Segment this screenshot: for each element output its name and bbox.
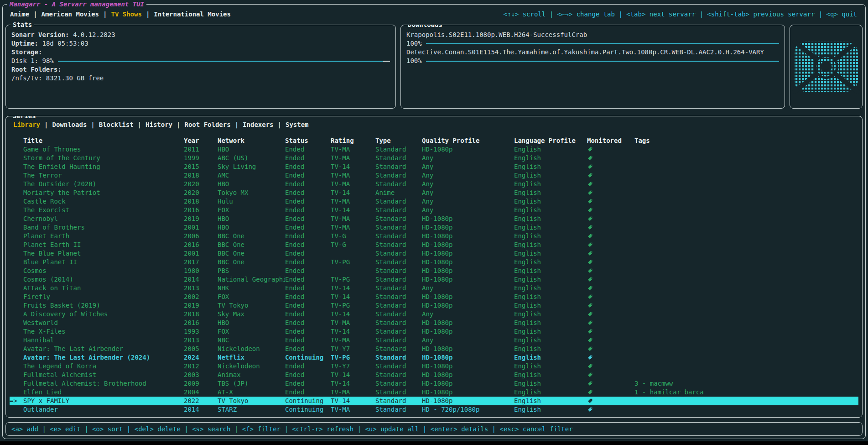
cell-quality-profile: HD-1080p (422, 345, 514, 353)
series-tab-blocklist[interactable]: Blocklist (99, 121, 134, 128)
series-row-cosmos[interactable]: Cosmos1980PBSEndedStandardHD-1080pEnglis… (10, 267, 858, 275)
help-bar: <a> add | <e> edit | <o> sort | <del> de… (5, 422, 863, 436)
storage-label: Storage: (11, 48, 390, 57)
series-row-the-outsider-2020[interactable]: The Outsider (2020)2020HBOEndedTV-MAStan… (10, 180, 858, 188)
cell-type: Standard (375, 310, 422, 319)
series-row-the-enfield-haunting[interactable]: The Enfield Haunting2015Sky LivingEndedT… (10, 162, 858, 171)
cell-language-profile: English (514, 362, 587, 371)
cell-network: National Geographic (218, 275, 285, 284)
cell-monitored (587, 336, 634, 345)
tab-tv-shows[interactable]: TV Shows (111, 10, 141, 18)
tab-anime[interactable]: Anime (10, 10, 29, 18)
cell-title: The Exorcist (23, 206, 184, 215)
series-row-the-exorcist[interactable]: The Exorcist2016FOXEndedTV-14StandardAny… (10, 206, 858, 215)
uptime-label: Uptime: (11, 40, 38, 47)
series-tab-indexers[interactable]: Indexers (243, 121, 273, 128)
cell-network: FOX (218, 327, 285, 336)
series-table: TitleYearNetworkStatusRatingTypeQuality … (10, 136, 858, 414)
cell-rating: TV-MA (331, 223, 375, 232)
series-tab-history[interactable]: History (146, 121, 172, 128)
series-row-avatar-the-last-airbender[interactable]: Avatar: The Last Airbender2005Nickelodeo… (10, 345, 858, 353)
cell-status: Ended (285, 241, 331, 249)
selection-arrow: => (10, 397, 23, 405)
series-row-castle-rock[interactable]: Castle Rock2018HuluEndedTV-MAStandardAny… (10, 197, 858, 206)
series-row-chernobyl[interactable]: Chernobyl2019HBOEndedTV-MAStandardHD-108… (10, 215, 858, 223)
tab-american-movies[interactable]: American Movies (42, 10, 99, 18)
cell-quality-profile: HD-1080p (422, 232, 514, 241)
series-row-the-blue-planet[interactable]: The Blue Planet2001BBC OneEndedStandardH… (10, 249, 858, 258)
cell-quality-profile: HD-1080p (422, 327, 514, 336)
series-row-spy-x-family[interactable]: =>SPY x FAMILY2022TV TokyoContinuingTV-1… (10, 397, 858, 405)
tag-icon (587, 355, 593, 361)
series-row-the-x-files[interactable]: The X-Files1993FOXEndedTV-14StandardHD-1… (10, 327, 858, 336)
tag-icon (587, 329, 593, 335)
cell-type: Standard (375, 345, 422, 353)
disk-usage-label: Disk 1: 98% (11, 57, 54, 65)
cell-monitored (587, 284, 634, 293)
series-row-storm-of-the-century[interactable]: Storm of the Century1999ABC (US)EndedTV-… (10, 154, 858, 162)
cell-title: Firefly (23, 293, 184, 301)
series-row-firefly[interactable]: Firefly2002FOXEndedTV-14StandardHD-1080p… (10, 293, 858, 301)
column-header-tags: Tags (634, 136, 858, 145)
series-row-a-discovery-of-witches[interactable]: A Discovery of Witches2018Sky MaxEndedTV… (10, 310, 858, 319)
cell-language-profile: English (514, 310, 587, 319)
series-row-game-of-thrones[interactable]: Game of Thrones2011HBOEndedTV-MAStandard… (10, 145, 858, 154)
cell-year: 2001 (184, 249, 218, 258)
series-row-fruits-basket-2019[interactable]: Fruits Basket (2019)2019TV TokyoEndedTV-… (10, 301, 858, 310)
series-row-avatar-the-last-airbender-2024[interactable]: Avatar: The Last Airbender (2024)2024Net… (10, 353, 858, 362)
series-row-the-terror[interactable]: The Terror2018AMCEndedTV-MAStandardAnyEn… (10, 171, 858, 180)
cell-language-profile: English (514, 301, 587, 310)
cell-language-profile: English (514, 258, 587, 267)
tab-international-movies[interactable]: International Movies (154, 10, 231, 18)
cell-year: 2013 (184, 336, 218, 345)
series-row-westworld[interactable]: Westworld2016HBOEndedTV-MAStandardHD-108… (10, 319, 858, 327)
uptime-line: Uptime: 18d 05:53:03 (11, 39, 390, 48)
series-row-elfen-lied[interactable]: Elfen Lied2004AT-XEndedTV-MAStandardHD-1… (10, 388, 858, 397)
cell-title: Attack on Titan (23, 284, 184, 293)
cell-quality-profile: HD-1080p (422, 371, 514, 379)
cell-quality-profile: HD-1080p (422, 379, 514, 388)
cell-language-profile: English (514, 405, 587, 414)
tag-icon (587, 303, 593, 309)
download-progress-percent: 100% (406, 39, 422, 48)
tab-separator: | (33, 10, 37, 18)
series-row-hannibal[interactable]: Hannibal2013NBCEndedTV-MAStandardAnyEngl… (10, 336, 858, 345)
cell-network: ABC (US) (218, 154, 285, 162)
series-tab-root-folders[interactable]: Root Folders (185, 121, 231, 128)
series-row-fullmetal-alchemist-brotherhood[interactable]: Fullmetal Alchemist: Brotherhood2009TBS … (10, 379, 858, 388)
tab-separator: | (138, 121, 141, 128)
cell-type: Standard (375, 180, 422, 188)
series-row-fullmetal-alchemist[interactable]: Fullmetal Alchemist2003AnimaxEndedTV-14S… (10, 371, 858, 379)
cell-network: BBC One (218, 241, 285, 249)
cell-title: Fullmetal Alchemist: Brotherhood (23, 379, 184, 388)
cell-year: 2020 (184, 188, 218, 197)
series-tab-downloads[interactable]: Downloads (52, 121, 87, 128)
series-tab-system[interactable]: System (286, 121, 309, 128)
cell-monitored (587, 310, 634, 319)
series-row-blue-planet-ii[interactable]: Blue Planet II2017BBC OneEndedTV-PGStand… (10, 258, 858, 267)
series-tab-library[interactable]: Library (13, 121, 40, 128)
cell-year: 2003 (184, 371, 218, 379)
cell-quality-profile: HD-1080p (422, 388, 514, 397)
cell-monitored (587, 223, 634, 232)
cell-monitored (587, 293, 634, 301)
cell-status: Ended (285, 310, 331, 319)
tag-icon (587, 320, 593, 326)
series-row-attack-on-titan[interactable]: Attack on Titan2013NHKEndedTV-14Standard… (10, 284, 858, 293)
tab-separator: | (44, 121, 48, 128)
series-row-cosmos-2014[interactable]: Cosmos (2014)2014National GeographicEnde… (10, 275, 858, 284)
series-row-planet-earth-ii[interactable]: Planet Earth II2016BBC OneEndedTV-GStand… (10, 241, 858, 249)
series-row-the-legend-of-korra[interactable]: The Legend of Korra2012NickelodeonEndedT… (10, 362, 858, 371)
series-table-header: TitleYearNetworkStatusRatingTypeQuality … (10, 136, 858, 145)
cell-network: AT-X (218, 388, 285, 397)
series-row-moriarty-the-patriot[interactable]: Moriarty the Patriot2020Tokyo MXEndedTV-… (10, 188, 858, 197)
cell-type: Standard (375, 171, 422, 180)
series-row-outlander[interactable]: Outlander2014STARZContinuingTV-MAStandar… (10, 405, 858, 414)
series-panel-title: Series (10, 116, 38, 120)
cell-year: 2006 (184, 232, 218, 241)
series-row-band-of-brothers[interactable]: Band of Brothers2001HBOEndedTV-MAStandar… (10, 223, 858, 232)
tag-icon (587, 407, 593, 413)
tag-icon (587, 372, 593, 378)
cell-year: 2018 (184, 197, 218, 206)
series-row-planet-earth[interactable]: Planet Earth2006BBC OneEndedTV-GStandard… (10, 232, 858, 241)
